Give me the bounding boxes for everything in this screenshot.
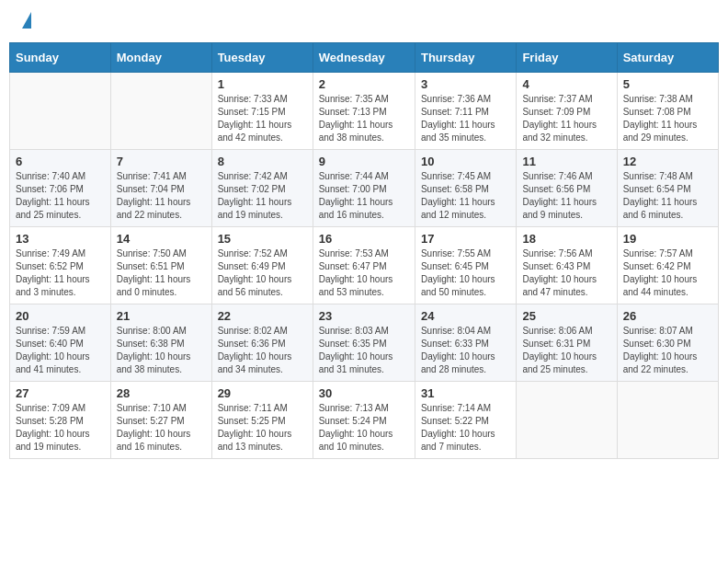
day-number: 29 [218,386,307,400]
calendar-cell: 25Sunrise: 8:06 AM Sunset: 6:31 PM Dayli… [517,304,617,382]
calendar-week-row: 1Sunrise: 7:33 AM Sunset: 7:15 PM Daylig… [10,73,719,150]
day-of-week-header: Wednesday [313,43,415,73]
day-info: Sunrise: 7:35 AM Sunset: 7:13 PM Dayligh… [319,93,409,144]
day-info: Sunrise: 7:11 AM Sunset: 5:25 PM Dayligh… [218,402,307,454]
calendar-cell: 19Sunrise: 7:57 AM Sunset: 6:42 PM Dayli… [617,227,718,304]
calendar-body: 1Sunrise: 7:33 AM Sunset: 7:15 PM Daylig… [10,73,719,459]
calendar-cell [10,73,111,150]
day-info: Sunrise: 7:45 AM Sunset: 6:58 PM Dayligh… [421,170,510,222]
day-info: Sunrise: 7:53 AM Sunset: 6:47 PM Dayligh… [319,247,409,299]
day-info: Sunrise: 7:55 AM Sunset: 6:45 PM Dayligh… [421,247,510,299]
day-info: Sunrise: 7:38 AM Sunset: 7:08 PM Dayligh… [623,93,712,144]
day-info: Sunrise: 8:00 AM Sunset: 6:38 PM Dayligh… [117,325,206,376]
calendar-cell: 1Sunrise: 7:33 AM Sunset: 7:15 PM Daylig… [211,73,313,150]
day-number: 30 [319,386,409,400]
calendar-week-row: 13Sunrise: 7:49 AM Sunset: 6:52 PM Dayli… [10,227,719,304]
day-number: 14 [117,232,206,246]
calendar-table: SundayMondayTuesdayWednesdayThursdayFrid… [9,42,719,459]
day-number: 9 [319,155,409,168]
calendar-header: SundayMondayTuesdayWednesdayThursdayFrid… [10,43,719,73]
calendar-cell: 4Sunrise: 7:37 AM Sunset: 7:09 PM Daylig… [517,73,617,150]
day-of-week-header: Sunday [10,43,111,73]
calendar-cell: 8Sunrise: 7:42 AM Sunset: 7:02 PM Daylig… [211,150,313,227]
day-number: 19 [623,232,712,246]
calendar-cell: 27Sunrise: 7:09 AM Sunset: 5:28 PM Dayli… [10,382,111,459]
day-of-week-header: Tuesday [211,43,313,73]
day-info: Sunrise: 7:52 AM Sunset: 6:49 PM Dayligh… [218,247,307,299]
calendar-cell: 29Sunrise: 7:11 AM Sunset: 5:25 PM Dayli… [211,382,313,459]
day-number: 15 [218,232,307,246]
calendar-cell: 28Sunrise: 7:10 AM Sunset: 5:27 PM Dayli… [110,382,211,459]
calendar-cell: 24Sunrise: 8:04 AM Sunset: 6:33 PM Dayli… [415,304,516,382]
day-info: Sunrise: 7:56 AM Sunset: 6:43 PM Dayligh… [522,247,610,299]
day-info: Sunrise: 7:50 AM Sunset: 6:51 PM Dayligh… [117,247,206,299]
calendar-cell: 14Sunrise: 7:50 AM Sunset: 6:51 PM Dayli… [110,227,211,304]
day-info: Sunrise: 8:06 AM Sunset: 6:31 PM Dayligh… [522,325,610,376]
day-info: Sunrise: 8:03 AM Sunset: 6:35 PM Dayligh… [319,325,409,376]
day-number: 23 [319,309,409,323]
day-info: Sunrise: 7:36 AM Sunset: 7:11 PM Dayligh… [421,93,510,144]
day-info: Sunrise: 7:10 AM Sunset: 5:27 PM Dayligh… [117,402,206,454]
day-number: 21 [117,309,206,323]
page-header [9,9,719,33]
calendar-cell [110,73,211,150]
day-number: 7 [117,155,206,168]
day-info: Sunrise: 7:14 AM Sunset: 5:22 PM Dayligh… [421,402,510,454]
day-number: 31 [421,386,510,400]
calendar-cell: 5Sunrise: 7:38 AM Sunset: 7:08 PM Daylig… [617,73,718,150]
day-info: Sunrise: 7:46 AM Sunset: 6:56 PM Dayligh… [522,170,610,222]
day-number: 22 [218,309,307,323]
calendar-cell [517,382,617,459]
day-of-week-header: Saturday [617,43,718,73]
calendar-cell: 22Sunrise: 8:02 AM Sunset: 6:36 PM Dayli… [211,304,313,382]
day-number: 4 [522,77,610,91]
days-of-week-row: SundayMondayTuesdayWednesdayThursdayFrid… [10,43,719,73]
day-number: 11 [522,155,610,168]
day-info: Sunrise: 7:09 AM Sunset: 5:28 PM Dayligh… [16,402,105,454]
calendar-week-row: 27Sunrise: 7:09 AM Sunset: 5:28 PM Dayli… [10,382,719,459]
day-info: Sunrise: 8:04 AM Sunset: 6:33 PM Dayligh… [421,325,510,376]
calendar-cell [617,382,718,459]
day-number: 12 [623,155,712,168]
day-info: Sunrise: 7:37 AM Sunset: 7:09 PM Dayligh… [522,93,610,144]
day-info: Sunrise: 7:49 AM Sunset: 6:52 PM Dayligh… [16,247,105,299]
day-info: Sunrise: 8:07 AM Sunset: 6:30 PM Dayligh… [623,325,712,376]
calendar-cell: 16Sunrise: 7:53 AM Sunset: 6:47 PM Dayli… [313,227,415,304]
calendar-cell: 9Sunrise: 7:44 AM Sunset: 7:00 PM Daylig… [313,150,415,227]
calendar-cell: 23Sunrise: 8:03 AM Sunset: 6:35 PM Dayli… [313,304,415,382]
day-info: Sunrise: 7:41 AM Sunset: 7:04 PM Dayligh… [117,170,206,222]
calendar-cell: 15Sunrise: 7:52 AM Sunset: 6:49 PM Dayli… [211,227,313,304]
day-number: 5 [623,77,712,91]
day-info: Sunrise: 7:42 AM Sunset: 7:02 PM Dayligh… [218,170,307,222]
calendar-cell: 6Sunrise: 7:40 AM Sunset: 7:06 PM Daylig… [10,150,111,227]
day-number: 1 [218,77,307,91]
day-number: 2 [319,77,409,91]
calendar-cell: 20Sunrise: 7:59 AM Sunset: 6:40 PM Dayli… [10,304,111,382]
day-number: 10 [421,155,510,168]
day-number: 18 [522,232,610,246]
calendar-cell: 26Sunrise: 8:07 AM Sunset: 6:30 PM Dayli… [617,304,718,382]
day-info: Sunrise: 7:40 AM Sunset: 7:06 PM Dayligh… [16,170,105,222]
calendar-cell: 7Sunrise: 7:41 AM Sunset: 7:04 PM Daylig… [110,150,211,227]
day-number: 8 [218,155,307,168]
calendar-cell: 11Sunrise: 7:46 AM Sunset: 6:56 PM Dayli… [517,150,617,227]
day-number: 26 [623,309,712,323]
day-number: 17 [421,232,510,246]
day-number: 27 [16,386,105,400]
day-number: 16 [319,232,409,246]
day-number: 6 [16,155,105,168]
day-info: Sunrise: 7:44 AM Sunset: 7:00 PM Dayligh… [319,170,409,222]
calendar-week-row: 20Sunrise: 7:59 AM Sunset: 6:40 PM Dayli… [10,304,719,382]
day-number: 24 [421,309,510,323]
calendar-cell: 2Sunrise: 7:35 AM Sunset: 7:13 PM Daylig… [313,73,415,150]
day-info: Sunrise: 7:57 AM Sunset: 6:42 PM Dayligh… [623,247,712,299]
day-number: 20 [16,309,105,323]
day-number: 25 [522,309,610,323]
day-number: 28 [117,386,206,400]
day-of-week-header: Friday [517,43,617,73]
logo-triangle-icon [22,12,31,29]
day-number: 13 [16,232,105,246]
logo [18,14,31,29]
calendar-cell: 17Sunrise: 7:55 AM Sunset: 6:45 PM Dayli… [415,227,516,304]
calendar-cell: 13Sunrise: 7:49 AM Sunset: 6:52 PM Dayli… [10,227,111,304]
